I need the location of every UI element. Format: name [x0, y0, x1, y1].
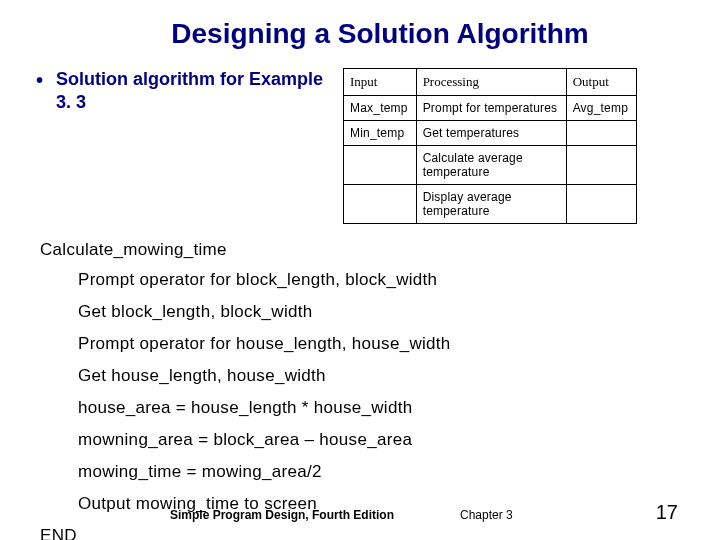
algorithm-step: Get block_length, block_width: [78, 302, 690, 322]
bullet-column: Solution algorithm for Example 3. 3: [30, 68, 335, 113]
content-row: Solution algorithm for Example 3. 3 Inpu…: [30, 68, 690, 224]
cell-output: [566, 146, 636, 185]
slide-title: Designing a Solution Algorithm: [30, 18, 690, 50]
cell-output: Avg_temp: [566, 96, 636, 121]
footer: Simple Program Design, Fourth Edition Ch…: [0, 508, 720, 522]
cell-input: Max_temp: [344, 96, 417, 121]
table-header-row: Input Processing Output: [344, 69, 637, 96]
algorithm-body: Prompt operator for block_length, block_…: [78, 270, 690, 514]
algorithm-step: Prompt operator for block_length, block_…: [78, 270, 690, 290]
header-output: Output: [566, 69, 636, 96]
table-row: Min_temp Get temperatures: [344, 121, 637, 146]
table-row: Display average temperature: [344, 185, 637, 224]
cell-processing: Prompt for temperatures: [416, 96, 566, 121]
algorithm-end: END: [40, 526, 690, 540]
cell-input: [344, 185, 417, 224]
footer-chapter: Chapter 3: [460, 508, 513, 522]
slide: Designing a Solution Algorithm Solution …: [0, 0, 720, 540]
cell-processing: Display average temperature: [416, 185, 566, 224]
algorithm-step: Get house_length, house_width: [78, 366, 690, 386]
cell-processing: Get temperatures: [416, 121, 566, 146]
algorithm-step: mowing_time = mowing_area/2: [78, 462, 690, 482]
bullet-item: Solution algorithm for Example 3. 3: [30, 68, 335, 113]
ipo-table: Input Processing Output Max_temp Prompt …: [343, 68, 637, 224]
algorithm-step: mowning_area = block_area – house_area: [78, 430, 690, 450]
cell-input: Min_temp: [344, 121, 417, 146]
algorithm-name: Calculate_mowing_time: [40, 240, 690, 260]
header-input: Input: [344, 69, 417, 96]
page-number: 17: [656, 501, 678, 524]
cell-input: [344, 146, 417, 185]
table-row: Calculate average temperature: [344, 146, 637, 185]
cell-output: [566, 121, 636, 146]
algorithm-step: house_area = house_length * house_width: [78, 398, 690, 418]
algorithm-step: Prompt operator for house_length, house_…: [78, 334, 690, 354]
cell-output: [566, 185, 636, 224]
header-processing: Processing: [416, 69, 566, 96]
footer-book-title: Simple Program Design, Fourth Edition: [170, 508, 394, 522]
cell-processing: Calculate average temperature: [416, 146, 566, 185]
table-row: Max_temp Prompt for temperatures Avg_tem…: [344, 96, 637, 121]
